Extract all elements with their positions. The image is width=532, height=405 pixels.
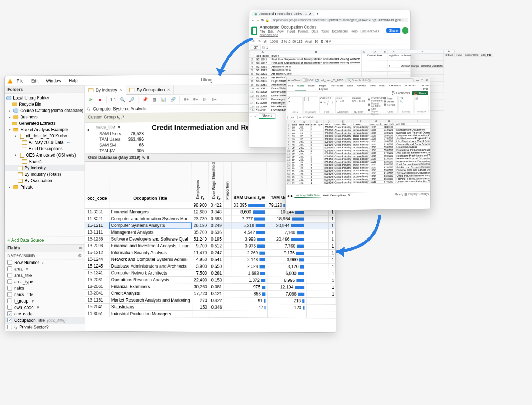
table-row[interactable]: 15-1211Computer Systems Analysts26,1800.… bbox=[85, 222, 336, 229]
redo-button[interactable]: ↷ bbox=[257, 39, 261, 44]
menu-help[interactable]: Help bbox=[351, 29, 358, 33]
add-sheet-button[interactable]: + bbox=[250, 114, 252, 118]
undo-button[interactable]: ↶ bbox=[288, 97, 290, 100]
font-size[interactable]: 11 bbox=[328, 97, 331, 100]
tree-root[interactable]: Local Ultorg Folder bbox=[5, 95, 85, 101]
format-table-button[interactable]: ▦ Format as Table bbox=[368, 102, 381, 107]
all-sheets-button[interactable]: ≡ bbox=[254, 114, 256, 118]
table-row[interactable]: 11-3021Computer and Information Systems … bbox=[85, 215, 336, 223]
col-header[interactable]: E bbox=[383, 50, 387, 54]
tab-by-occupation[interactable]: By Occupation ✕ bbox=[126, 85, 173, 94]
col-header[interactable]: D bbox=[323, 120, 334, 123]
document-title[interactable]: Annotated Occupation Codes bbox=[260, 24, 386, 30]
forward-button[interactable]: → bbox=[256, 18, 260, 22]
col-header[interactable]: G bbox=[370, 120, 383, 123]
sheet-tab-active[interactable]: All May 2019 Data bbox=[294, 193, 321, 198]
filter-icon[interactable] bbox=[41, 260, 44, 265]
browser-tab[interactable]: ▦ Annotated Occupation Codes - G ✕ bbox=[251, 11, 314, 16]
ribbon-tab[interactable]: View bbox=[368, 83, 378, 91]
tree-oes[interactable]: ▾ OES Annotated (GSheets) bbox=[5, 152, 85, 158]
tree-alldata[interactable]: ▾ all_data_M_2019.xlsx bbox=[5, 133, 85, 140]
checkbox[interactable] bbox=[7, 260, 12, 265]
caret-icon[interactable]: ▾ bbox=[7, 128, 12, 131]
refresh-button[interactable]: ⟳ bbox=[87, 96, 94, 103]
col-header[interactable]: H bbox=[383, 120, 395, 123]
prev-sheet-button[interactable]: ◀ bbox=[287, 194, 289, 197]
caret-icon[interactable]: ▸ bbox=[7, 109, 12, 113]
comments-button[interactable]: 💬 Comments bbox=[392, 91, 410, 95]
folders-tree[interactable]: Local Ultorg Folder Recycle Bin ▸ Course… bbox=[5, 93, 85, 236]
col-sam-users[interactable]: SAM Users fx≣ bbox=[231, 161, 267, 202]
table-row[interactable]: 11-3051Industrial Production Managers bbox=[85, 310, 336, 318]
table-row[interactable]: 13-1111Management Analysts35,7000.6364,5… bbox=[85, 229, 336, 236]
col-occ-code[interactable]: occ_code bbox=[85, 162, 109, 202]
tab-by-industry[interactable]: By Industry ✕ bbox=[85, 85, 126, 95]
number-format[interactable]: General bbox=[352, 97, 365, 99]
link-button[interactable]: 🔗 bbox=[170, 96, 177, 103]
ribbon-tab[interactable]: Power Pivot bbox=[420, 83, 431, 91]
formula-value[interactable]: 17-0000 bbox=[303, 116, 313, 119]
checkbox[interactable] bbox=[7, 299, 12, 303]
search-input[interactable]: 🔍 Search (Alt+Q) bbox=[345, 78, 414, 82]
font-select[interactable]: Calibri bbox=[320, 97, 327, 100]
name-box[interactable]: A1 bbox=[287, 116, 298, 119]
sheet-tab[interactable]: Sheet1 bbox=[258, 113, 275, 119]
col-insert-button[interactable]: ⫴+ bbox=[201, 96, 209, 103]
table-row[interactable]: 13-2098Financial and Investment Analysts… bbox=[85, 242, 336, 250]
table-row[interactable]: 15-1245Database Administrators and Archi… bbox=[85, 263, 336, 270]
fx-icon[interactable]: fx bbox=[87, 106, 90, 112]
col-header[interactable]: H bbox=[444, 50, 455, 53]
add-data-source-button[interactable]: + Add Data Source bbox=[5, 236, 85, 244]
field-row[interactable]: own_code▼ bbox=[5, 304, 85, 311]
print-button[interactable]: 🖨 bbox=[263, 39, 268, 44]
col-header[interactable]: F bbox=[352, 120, 369, 123]
chart-button[interactable]: 📊 bbox=[160, 96, 167, 103]
caret-icon[interactable]: ▾ bbox=[13, 134, 17, 138]
avatar[interactable] bbox=[402, 27, 408, 34]
tree-sheet1[interactable]: Sheet1 bbox=[5, 158, 85, 165]
checkbox[interactable] bbox=[7, 292, 12, 297]
caret-icon[interactable]: ▾ bbox=[13, 153, 17, 157]
paste-button[interactable] bbox=[304, 97, 309, 101]
tree-private[interactable]: ▸ Private bbox=[5, 184, 85, 190]
field-row[interactable]: fx Private Sector? bbox=[5, 323, 85, 331]
tree-recycle[interactable]: Recycle Bin bbox=[5, 101, 85, 108]
table-mode-button[interactable]: ▦ bbox=[151, 96, 158, 103]
window-close-button[interactable]: ✕ bbox=[426, 78, 428, 81]
field-row[interactable]: naics bbox=[5, 285, 85, 292]
tree-generated[interactable]: Generated Extracts bbox=[5, 120, 85, 127]
row-delete-button[interactable]: ≡− bbox=[192, 96, 199, 103]
tree-business[interactable]: ▸ Business bbox=[5, 114, 85, 120]
window-min-button[interactable]: — bbox=[416, 78, 419, 81]
undo-button[interactable]: ↶ bbox=[251, 39, 256, 44]
tree-fielddesc[interactable]: Field Descriptions bbox=[5, 146, 85, 152]
table-row[interactable]: 15-1244Network and Computer Systems Admi… bbox=[85, 256, 336, 263]
autosave-toggle[interactable]: AutoSave Off bbox=[288, 78, 313, 82]
formula-value[interactable]: 1 bbox=[266, 45, 268, 49]
display-settings[interactable]: ▦ Display Settings bbox=[405, 192, 429, 196]
window-max-button[interactable]: ▢ bbox=[421, 78, 423, 81]
table-row[interactable]: 15-1212Information Security Analysts11,4… bbox=[85, 249, 336, 257]
ribbon-tab[interactable]: Page Layout bbox=[317, 83, 329, 91]
menu-edit[interactable]: Edit bbox=[31, 78, 39, 83]
file-name[interactable]: all_data_M_2019 bbox=[321, 79, 343, 82]
field-row[interactable]: area_type bbox=[5, 279, 85, 285]
col-header[interactable]: C bbox=[310, 120, 323, 123]
col-employees[interactable]: Employees fx bbox=[192, 161, 209, 202]
field-row[interactable]: ✓occ_code bbox=[5, 310, 85, 317]
col-header[interactable]: E bbox=[334, 120, 352, 123]
caret-icon[interactable]: ▸ bbox=[7, 185, 12, 189]
zoom-in-button[interactable]: 🔍 bbox=[119, 96, 126, 103]
field-row[interactable]: Row Number bbox=[5, 259, 85, 266]
tree-by-industry[interactable]: By Industry bbox=[5, 165, 85, 171]
share-button[interactable]: 📤 Share bbox=[412, 91, 428, 95]
col-header[interactable]: B bbox=[298, 120, 310, 123]
zoom-out-button[interactable]: 🔎 bbox=[128, 96, 135, 103]
col-header[interactable]: C bbox=[362, 50, 366, 54]
zoom-select[interactable]: 100% bbox=[269, 39, 279, 44]
pin-button[interactable]: 📌 bbox=[142, 96, 149, 103]
menu-window[interactable]: Window bbox=[46, 78, 61, 83]
menu-tools[interactable]: Tools bbox=[321, 29, 329, 33]
filter-icon[interactable]: ▼ bbox=[31, 298, 35, 303]
format-button[interactable]: ▦ Format bbox=[384, 103, 397, 106]
